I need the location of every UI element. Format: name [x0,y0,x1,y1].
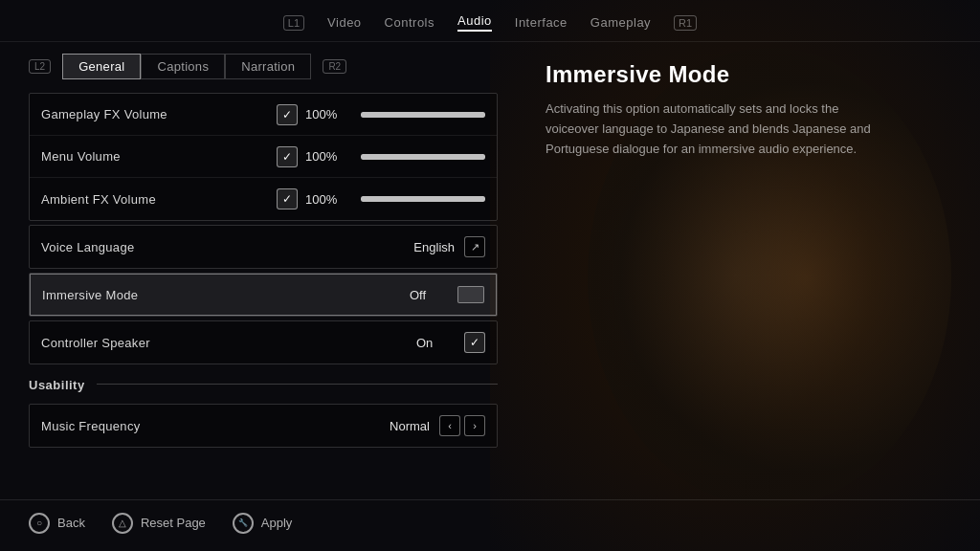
menu-volume-row: Menu Volume ✓ 100% [30,136,497,178]
reset-icon: △ [112,513,133,534]
gameplay-fx-track[interactable] [361,112,485,118]
apply-label: Apply [261,516,293,530]
reset-label: Reset Page [141,516,206,530]
nav-audio[interactable]: Audio [457,13,492,32]
nav-controls[interactable]: Controls [385,15,434,30]
gameplay-fx-checkbox[interactable]: ✓ [277,104,298,125]
controller-speaker-value: On [416,336,455,350]
back-label: Back [57,516,85,530]
music-frequency-prev-btn[interactable]: ‹ [439,415,460,436]
immersive-mode-label: Immersive Mode [42,288,410,302]
nav-interface[interactable]: Interface [515,15,568,30]
ambient-fx-volume-control: ✓ 100% [277,188,485,209]
main-layout: L2 General Captions Narration R2 Gamepla… [0,42,980,499]
ambient-fx-checkbox[interactable]: ✓ [277,188,298,209]
music-frequency-value: Normal [390,419,430,433]
immersive-mode-row[interactable]: Immersive Mode Off [30,274,497,316]
controller-speaker-label: Controller Speaker [41,336,416,350]
voice-language-row: Voice Language English ↗ [30,226,497,268]
l2-badge: L2 [29,59,51,74]
gameplay-fx-value: 100% [305,107,344,121]
back-action[interactable]: ○ Back [29,513,85,534]
gameplay-fx-fill [361,112,485,118]
menu-volume-value: 100% [305,149,344,164]
controller-speaker-checkbox[interactable]: ✓ [464,332,485,353]
immersive-mode-toggle[interactable] [457,286,484,303]
controller-speaker-row: Controller Speaker On ✓ [30,321,497,364]
menu-volume-checkbox[interactable]: ✓ [277,146,298,167]
apply-icon: 🔧 [233,513,254,534]
menu-volume-fill [361,154,485,160]
menu-volume-control: ✓ 100% [277,146,485,167]
tab-general[interactable]: General [62,54,141,79]
ambient-fx-volume-row: Ambient FX Volume ✓ 100% [30,178,497,220]
bottom-bar: ○ Back △ Reset Page 🔧 Apply [0,499,980,545]
right-panel: Immersive Mode Activating this option au… [517,42,980,499]
apply-action[interactable]: 🔧 Apply [233,513,293,534]
gameplay-fx-volume-label: Gameplay FX Volume [41,107,277,121]
music-frequency-container: Music Frequency Normal ‹ › [29,404,498,448]
ambient-fx-volume-label: Ambient FX Volume [41,192,277,207]
music-frequency-controls: ‹ › [439,415,485,436]
gameplay-fx-volume-row: Gameplay FX Volume ✓ 100% [30,94,497,136]
immersive-mode-container: Immersive Mode Off [29,273,498,317]
voice-language-label: Voice Language [41,240,413,254]
top-nav: L1 Video Controls Audio Interface Gamepl… [0,0,980,42]
voice-language-container: Voice Language English ↗ [29,225,498,269]
nav-video[interactable]: Video [327,15,362,30]
nav-gameplay[interactable]: Gameplay [590,15,651,30]
gameplay-fx-volume-control: ✓ 100% [277,104,485,125]
menu-volume-track[interactable] [361,154,485,160]
usability-section-header: Usability [29,368,498,398]
back-icon: ○ [29,513,50,534]
reset-action[interactable]: △ Reset Page [112,513,206,534]
detail-title: Immersive Mode [546,61,951,88]
ambient-fx-fill [361,196,485,202]
ambient-fx-value: 100% [305,192,344,207]
tabs-container: L2 General Captions Narration R2 [29,54,498,79]
voice-language-link-btn[interactable]: ↗ [464,236,485,257]
tab-narration[interactable]: Narration [225,54,311,79]
usability-divider [97,384,498,385]
r2-badge: R2 [323,59,346,74]
r1-badge: R1 [674,15,697,31]
music-frequency-row: Music Frequency Normal ‹ › [30,405,497,447]
music-frequency-next-btn[interactable]: › [464,415,485,436]
usability-label: Usability [29,368,85,398]
left-panel: L2 General Captions Narration R2 Gamepla… [0,42,517,499]
voice-language-value: English [413,240,455,254]
volume-settings-group: Gameplay FX Volume ✓ 100% Menu Volume ✓ … [29,93,498,221]
menu-volume-label: Menu Volume [41,149,277,164]
music-frequency-label: Music Frequency [41,419,390,433]
controller-speaker-container: Controller Speaker On ✓ [29,320,498,364]
immersive-mode-value: Off [410,288,448,302]
detail-description: Activating this option automatically set… [546,99,871,159]
tab-captions[interactable]: Captions [141,54,225,79]
ambient-fx-track[interactable] [361,196,485,202]
l1-badge: L1 [283,15,304,31]
